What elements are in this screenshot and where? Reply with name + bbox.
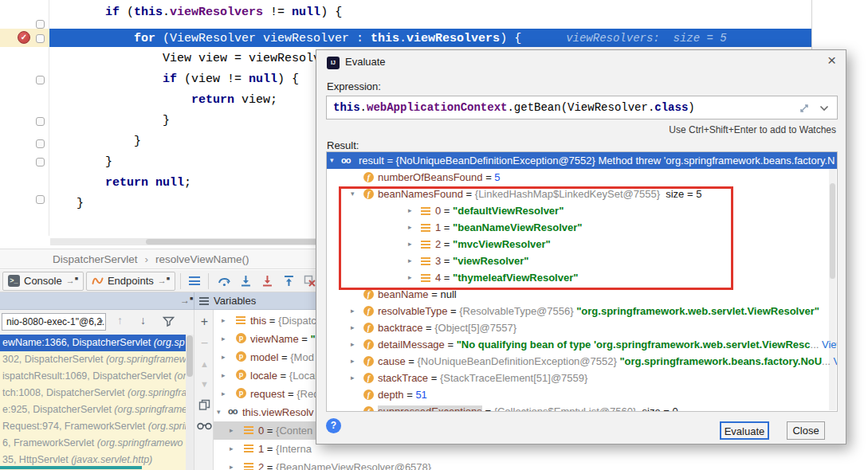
step-over-icon[interactable] [218,274,231,288]
drop-frame-icon[interactable] [303,274,316,288]
help-icon[interactable]: ? [326,418,341,433]
expand-chevron-icon[interactable]: ▾ [330,152,334,169]
expand-chevron-icon[interactable]: ▾ [217,403,221,421]
move-watch-up-icon[interactable]: ▲ [194,359,214,369]
step-into-icon[interactable] [239,274,253,288]
expand-chevron-icon[interactable]: ▸ [408,269,412,286]
expand-chevron-icon[interactable]: ▸ [222,330,226,348]
close-button[interactable]: Close [787,421,825,440]
breakpoint-verified-icon[interactable]: ✓ [18,31,30,44]
code-line[interactable]: } [77,195,84,213]
result-row[interactable]: fbeanName = null [327,286,837,303]
next-frame-icon[interactable]: ↓ [140,314,146,327]
fold-marker-icon[interactable] [36,139,45,148]
frames-pin-icon[interactable]: →■ [180,295,193,306]
expand-chevron-icon[interactable]: ▸ [222,311,226,330]
variable-row[interactable]: ▸2 = {BeanNameViewResolver@6578} [214,458,446,470]
result-row[interactable]: ▸2 = "mvcViewResolver" [327,236,837,253]
variables-menu-icon[interactable] [199,297,209,305]
remove-watch-icon[interactable]: − [194,336,214,351]
stack-frame-row[interactable]: e:925, DispatcherServlet (org.springfram… [0,401,186,418]
result-row[interactable]: ▸3 = "viewResolver" [327,253,837,269]
result-row[interactable]: fnumberOfBeansFound = 5 [327,169,837,186]
stack-frame-row[interactable]: ispatchResult:1069, DispatcherServlet (o… [0,368,186,385]
breadcrumb-class[interactable]: DispatcherServlet [53,253,138,265]
fold-marker-icon[interactable] [36,34,45,43]
stack-frame-row[interactable]: tch:1008, DispatcherServlet (org.springf… [0,385,186,401]
fold-marker-icon[interactable] [36,20,45,29]
result-row[interactable]: ▸fresolvableType = {ResolvableType@7556}… [327,303,837,319]
fold-marker-icon[interactable] [36,117,45,126]
view-link[interactable]: View [819,339,837,351]
expand-chevron-icon[interactable]: ▸ [230,421,234,440]
expand-chevron-icon[interactable]: ▸ [351,370,355,386]
code-line[interactable]: return null; [105,174,191,192]
result-row[interactable]: fsuppressedExceptions = {Collections$Emp… [327,403,837,412]
expand-chevron-icon[interactable]: ▸ [408,219,412,236]
field-icon: f [363,323,374,333]
result-row[interactable]: ▾fbeanNamesFound = {LinkedHashMap$Linked… [327,186,837,202]
expand-editor-icon[interactable] [799,103,810,114]
expand-chevron-icon[interactable]: ▸ [222,385,226,403]
token [148,176,155,190]
close-icon[interactable]: × [827,52,836,69]
jump-to-endpoints-icon[interactable]: →■ [158,276,170,285]
add-to-watches-hint: Use Ctrl+Shift+Enter to add to Watches [669,124,836,135]
duplicate-watch-icon[interactable] [198,399,210,411]
result-row[interactable]: ▾ooresult = {NoUniqueBeanDefinitionExcep… [327,152,837,169]
step-out-icon[interactable] [282,274,296,288]
jump-to-console-icon[interactable]: →■ [66,276,78,285]
result-tree[interactable]: ▾ooresult = {NoUniqueBeanDefinitionExcep… [326,151,838,412]
expand-chevron-icon[interactable]: ▸ [230,440,234,458]
frames-scrollbar[interactable] [186,335,194,470]
filter-frames-icon[interactable] [163,315,175,327]
code-line[interactable]: } [134,133,141,151]
expand-chevron-icon[interactable]: ▸ [351,336,355,353]
code-line[interactable]: } [163,112,170,130]
code-line[interactable]: if (this.viewResolvers != null) { [105,4,342,22]
result-row[interactable]: ▸fdetailMessage = "No qualifying bean of… [327,336,837,353]
expand-chevron-icon[interactable]: ▸ [351,353,355,370]
stack-frame-row[interactable]: Request:974, FrameworkServlet (org.sprin [0,418,186,435]
force-step-into-icon[interactable] [261,274,274,288]
expand-chevron-icon[interactable]: ▸ [351,319,355,336]
code-line[interactable]: return view; [191,92,277,109]
move-watch-down-icon[interactable]: ▼ [194,379,214,389]
result-row[interactable]: ▸1 = "beanNameViewResolver" [327,219,837,236]
fold-marker-icon[interactable] [36,195,45,204]
result-row[interactable]: ▸fcause = {NoUniqueBeanDefinitionExcepti… [327,353,837,370]
stack-frame-row[interactable]: ewName:1366, DispatcherServlet (org.sp [0,335,194,351]
fold-marker-icon[interactable] [36,158,45,166]
expand-chevron-icon[interactable]: ▸ [408,253,412,269]
stack-frame-row[interactable]: 302, DispatcherServlet (org.springframew [0,351,186,368]
expression-input[interactable]: this.webApplicationContext.getBean(ViewR… [326,96,838,119]
expression-history-chevron-icon[interactable] [819,105,829,112]
result-row[interactable]: ▸fbacktrace = {Object[5]@7557} [327,319,837,336]
view-link[interactable]: View [831,355,837,367]
expand-chevron-icon[interactable]: ▾ [351,186,355,202]
expand-chevron-icon[interactable]: ▸ [351,303,355,319]
show-watches-icon[interactable] [197,421,212,430]
expand-chevron-icon[interactable]: ▸ [408,236,412,253]
stack-frame-row[interactable]: 6, FrameworkServlet (org.springframewo [0,435,186,452]
previous-frame-icon[interactable]: ↑ [117,314,123,327]
evaluate-button[interactable]: Evaluate [720,421,769,440]
expand-chevron-icon[interactable]: ▸ [408,202,412,219]
code-line[interactable]: } [105,154,112,171]
expand-chevron-icon[interactable]: ▸ [222,366,226,385]
add-watch-icon[interactable]: + [194,315,214,329]
result-row[interactable]: ▸4 = "thymeleafViewResolver" [327,269,837,286]
layout-menu-icon[interactable] [189,276,200,285]
tab-endpoints[interactable]: Endpoints →■ [86,272,175,291]
code-line[interactable]: if (view != null) { [163,71,299,88]
result-row[interactable]: ▸fstackTrace = {StackTraceElement[51]@75… [327,370,837,386]
breadcrumb-method[interactable]: resolveViewName() [155,253,249,265]
expand-chevron-icon[interactable]: ▸ [222,348,226,366]
tab-console[interactable]: >_ Console →■ [2,272,84,291]
expand-chevron-icon[interactable]: ▸ [230,458,234,470]
fold-marker-icon[interactable] [36,76,45,84]
result-row[interactable]: ▸0 = "defaultViewResolver" [327,202,837,219]
thread-selector[interactable]: nio-8080-exec-1"@6,2... ▾ [2,313,106,331]
code-line[interactable]: for (ViewResolver viewResolver : this.vi… [134,29,727,47]
result-row[interactable]: fdepth = 51 [327,386,837,403]
